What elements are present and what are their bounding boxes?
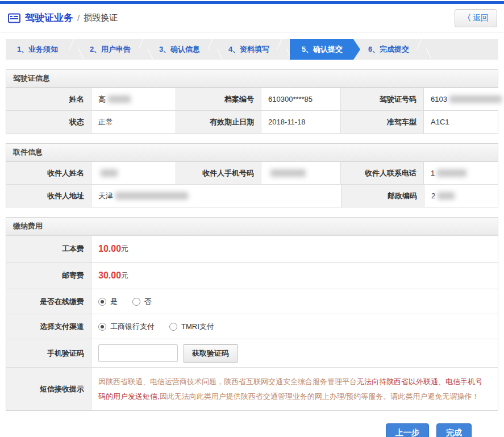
file-number-label: 档案编号 xyxy=(176,88,261,110)
recipient-tel-value: 1 xyxy=(424,162,498,184)
postage-fee-unit: 元 xyxy=(121,270,128,281)
masked-license-number xyxy=(449,95,502,103)
masked-recipient-name xyxy=(101,169,118,177)
recipient-address-label: 收件人地址 xyxy=(6,185,91,207)
name-value: 高 xyxy=(91,88,176,110)
online-pay-options: 是 否 xyxy=(91,289,498,314)
radio-checked-icon[interactable] xyxy=(98,298,106,306)
postcode-label: 邮政编码 xyxy=(341,185,424,207)
status-label: 状态 xyxy=(6,111,91,133)
sms-notice-segment: 因陕西省联通、电信运营商技术问题，陕西省互联网交通安全综合服务管理平台 xyxy=(98,377,357,386)
sms-notice-segment: 因此无法向此类用户提供陕西省交通管理业务的网上办理/预约等服务。请此类用户避免无… xyxy=(160,392,480,401)
online-pay-yes-option[interactable]: 是 xyxy=(98,297,118,307)
license-section-title: 驾驶证信息 xyxy=(6,70,498,88)
postage-fee-value: 30.00元 xyxy=(91,263,498,289)
work-fee-row: 工本费 10.00元 xyxy=(6,235,498,262)
step-separator xyxy=(208,39,220,60)
step-separator xyxy=(139,39,151,60)
radio-checked-icon[interactable] xyxy=(98,323,106,331)
name-label: 姓名 xyxy=(6,88,91,110)
vehicle-class-value: A1C1 xyxy=(424,111,498,133)
masked-recipient-address xyxy=(115,192,188,199)
step-separator xyxy=(417,39,430,60)
table-row: 收件人地址 天津 邮政编码 2 xyxy=(6,184,498,207)
online-pay-no-label: 否 xyxy=(144,297,152,307)
vehicle-class-label: 准驾车型 xyxy=(341,111,424,133)
back-button-label: 返回 xyxy=(473,13,489,22)
table-row: 收件人姓名 收件人手机号码 收件人联系电话 1 xyxy=(6,161,498,184)
payment-section: 缴纳费用 工本费 10.00元 邮寄费 30.00元 是否在线缴费 是 否 选择… xyxy=(6,217,498,411)
step-progress-bar: 1、业务须知 2、用户申告 3、确认信息 4、资料填写 5、确认提交 6、完成提… xyxy=(6,39,498,60)
channel-tmri-option[interactable]: TMRI支付 xyxy=(169,322,214,332)
work-fee-unit: 元 xyxy=(121,244,128,254)
pay-channel-row: 选择支付渠道 工商银行支付 TMRI支付 xyxy=(6,314,498,339)
back-button[interactable]: 〈返回 xyxy=(455,9,497,27)
online-pay-row: 是否在线缴费 是 否 xyxy=(6,289,498,314)
online-pay-yes-label: 是 xyxy=(110,297,118,307)
payment-section-title: 缴纳费用 xyxy=(6,218,498,235)
footer-actions: 上一步 完成 xyxy=(0,411,504,437)
recipient-name-value xyxy=(91,162,176,184)
step-1-business-notice[interactable]: 1、业务须知 xyxy=(6,39,69,60)
work-fee-amount: 10.00 xyxy=(98,244,121,254)
step-separator xyxy=(277,39,290,60)
file-number-value: 610300****85 xyxy=(261,88,341,110)
previous-step-button[interactable]: 上一步 xyxy=(386,423,429,437)
finish-button[interactable]: 完成 xyxy=(436,423,472,437)
masked-recipient-mobile xyxy=(270,169,306,177)
license-number-value: 6103 xyxy=(424,88,502,110)
postcode-value: 2 xyxy=(424,185,498,207)
license-business-icon xyxy=(8,13,20,23)
table-row: 姓名 高 档案编号 610300****85 驾驶证号码 6103 xyxy=(6,88,498,110)
sms-code-controls: 获取验证码 xyxy=(91,339,498,367)
sms-code-label: 手机验证码 xyxy=(6,339,91,367)
status-value: 正常 xyxy=(91,111,176,133)
channel-icbc-option[interactable]: 工商银行支付 xyxy=(98,322,155,332)
recipient-address-value: 天津 xyxy=(91,185,341,207)
step-bar-filler xyxy=(430,39,498,60)
pickup-info-section: 取件信息 收件人姓名 收件人手机号码 收件人联系电话 1 收件人地址 天津 邮政… xyxy=(6,143,498,207)
channel-tmri-label: TMRI支付 xyxy=(181,322,214,332)
step-2-user-declaration[interactable]: 2、用户申告 xyxy=(82,39,139,60)
page-header: 驾驶证业务 / 损毁换证 〈返回 xyxy=(0,4,504,32)
recipient-mobile-value xyxy=(261,162,341,184)
step-6-complete-submit[interactable]: 6、完成提交 xyxy=(360,39,417,60)
masked-postcode xyxy=(438,192,455,199)
valid-until-value: 2018-11-18 xyxy=(261,111,341,133)
sms-code-input[interactable] xyxy=(98,344,178,362)
postage-fee-row: 邮寄费 30.00元 xyxy=(6,262,498,289)
page-title: 驾驶证业务 xyxy=(25,11,73,24)
sms-notice-row: 短信接收提示 因陕西省联通、电信运营商技术问题，陕西省互联网交通安全综合服务管理… xyxy=(6,367,498,410)
sms-notice-text: 因陕西省联通、电信运营商技术问题，陕西省互联网交通安全综合服务管理平台无法向持陕… xyxy=(91,368,498,410)
radio-unchecked-icon[interactable] xyxy=(132,298,140,306)
sms-code-row: 手机验证码 获取验证码 xyxy=(6,339,498,367)
table-row: 状态 正常 有效期止日期 2018-11-18 准驾车型 A1C1 xyxy=(6,110,498,133)
recipient-tel-label: 收件人联系电话 xyxy=(341,162,424,184)
work-fee-label: 工本费 xyxy=(6,236,91,262)
pay-channel-label: 选择支付渠道 xyxy=(6,314,91,339)
pickup-section-title: 取件信息 xyxy=(6,144,498,161)
online-pay-label: 是否在线缴费 xyxy=(6,289,91,314)
online-pay-no-option[interactable]: 否 xyxy=(132,297,152,307)
recipient-name-label: 收件人姓名 xyxy=(6,162,91,184)
channel-icbc-label: 工商银行支付 xyxy=(110,322,155,332)
license-info-section: 驾驶证信息 姓名 高 档案编号 610300****85 驾驶证号码 6103 … xyxy=(6,69,498,134)
breadcrumb-separator: / xyxy=(77,13,80,23)
step-4-fill-data[interactable]: 4、资料填写 xyxy=(220,39,277,60)
work-fee-value: 10.00元 xyxy=(91,236,498,262)
back-chevron-icon: 〈 xyxy=(463,13,471,22)
breadcrumb-current: 损毁换证 xyxy=(84,13,118,23)
pay-channel-options: 工商银行支付 TMRI支付 xyxy=(91,314,498,339)
recipient-mobile-label: 收件人手机号码 xyxy=(176,162,261,184)
step-separator xyxy=(69,39,82,60)
sms-notice-label: 短信接收提示 xyxy=(6,368,91,410)
masked-name xyxy=(108,95,131,103)
license-number-label: 驾驶证号码 xyxy=(341,88,424,110)
step-5-confirm-submit-active[interactable]: 5、确认提交 xyxy=(290,39,360,60)
radio-unchecked-icon[interactable] xyxy=(169,323,177,331)
valid-until-label: 有效期止日期 xyxy=(176,111,261,133)
get-sms-code-button[interactable]: 获取验证码 xyxy=(184,344,238,363)
step-3-confirm-info[interactable]: 3、确认信息 xyxy=(151,39,208,60)
postage-fee-amount: 30.00 xyxy=(98,270,121,281)
postage-fee-label: 邮寄费 xyxy=(6,263,91,289)
